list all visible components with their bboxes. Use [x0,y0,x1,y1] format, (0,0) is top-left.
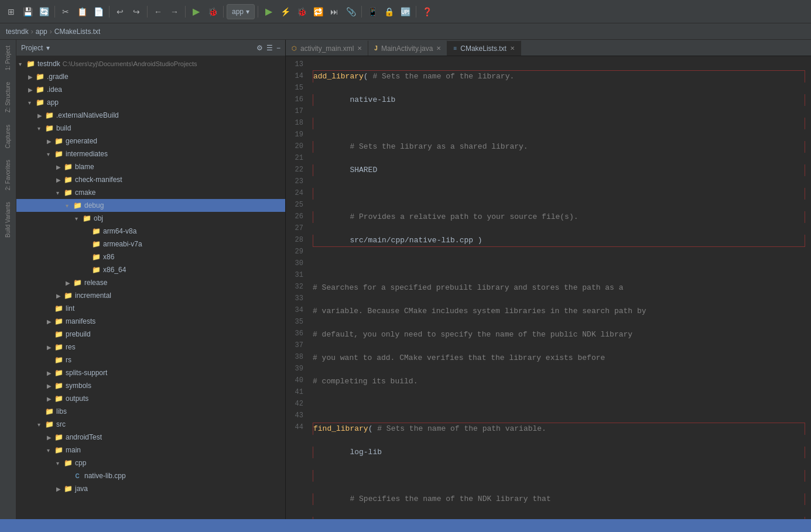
breadcrumb-item-3[interactable]: CMakeLists.txt [54,28,101,36]
paste-button[interactable]: 📄 [91,4,106,19]
tree-item-generated[interactable]: ▶ 📁 generated [16,135,285,147]
save-file-button[interactable]: 💾 [20,4,35,19]
tree-item-release[interactable]: ▶ 📁 release [16,276,285,289]
tab-close-cmakelists[interactable]: ✕ [510,45,515,52]
sidebar-item-project[interactable]: 1: Project [5,46,11,70]
profile-button[interactable]: ⚡ [278,4,293,19]
tree-item-build[interactable]: ▾ 📁 build [16,122,285,135]
breadcrumb-item-2[interactable]: app [36,28,47,36]
tree-item-libs[interactable]: 📁 libs [16,405,285,418]
attach-button[interactable]: 📎 [343,4,358,19]
xml-file-icon: ⬡ [292,45,297,52]
breadcrumb-item-1[interactable]: testndk [6,28,29,36]
tree-item-blame[interactable]: ▶ 📁 blame [16,160,285,173]
tree-item-idea[interactable]: ▶ 📁 .idea [16,83,285,96]
debug-button[interactable]: 🐞 [205,4,220,19]
tree-item-res[interactable]: ▶ 📁 res [16,341,285,353]
sidebar-item-captures[interactable]: Captures [5,125,11,149]
arrow-check-manifest: ▶ [56,177,63,183]
tree-item-main[interactable]: ▾ 📁 main [16,444,285,457]
tree-item-androidTest[interactable]: ▶ 📁 androidTest [16,431,285,444]
update-button[interactable]: 🆙 [398,4,413,19]
project-collapse-icon[interactable]: − [276,44,280,52]
arrow-generated: ▶ [47,138,54,145]
code-editor[interactable]: 13 14 15 16 17 18 19 20 21 22 23 24 25 2… [286,56,811,532]
restart-button[interactable]: 🔁 [310,4,326,19]
folder-icon-cpp: 📁 [63,458,73,468]
app-dropdown[interactable]: app ▾ [227,4,255,19]
step-over[interactable]: ⏭ [327,4,342,19]
undo-button[interactable]: ↩ [112,4,128,19]
tree-item-native-lib-cpp[interactable]: C native-lib.cpp [16,469,285,482]
tree-item-app[interactable]: ▾ 📁 app [16,96,285,109]
tree-item-prebuild[interactable]: 📁 prebuild [16,328,285,341]
breadcrumb-sep-2: › [50,28,52,36]
breadcrumb: testndk › app › CMakeLists.txt [0,23,811,40]
tree-item-cmake[interactable]: ▾ 📁 cmake [16,186,285,199]
label-generated: generated [66,137,97,145]
line-num-16: 16 [286,94,303,105]
tab-cmakelists[interactable]: ≡ CMakeLists.txt ✕ [447,40,521,56]
tree-item-armeabi[interactable]: 📁 armeabi-v7a [16,238,285,250]
separator-7 [361,6,362,18]
tree-item-arm64[interactable]: 📁 arm64-v8a [16,225,285,238]
label-check-manifest: check-manifest [75,176,122,184]
tree-item-testndk[interactable]: ▾ 📁 testndk C:\Users\zyj\Documents\Andro… [16,57,285,70]
tree-item-java[interactable]: ▶ 📁 java [16,482,285,495]
project-gear-icon[interactable]: ⚙ [256,44,263,52]
folder-icon-blame: 📁 [63,162,73,171]
tree-item-externalNativeBuild[interactable]: ▶ 📁 .externalNativeBuild [16,109,285,122]
debug2-button[interactable]: 🐞 [294,4,309,19]
save-button[interactable]: ⊞ [4,4,19,19]
left-panel-strip: 1: Project Z: Structure Captures 2: Favo… [0,40,16,519]
tree-item-splits-support[interactable]: ▶ 📁 splits-support [16,366,285,379]
label-x86: x86 [103,253,114,261]
code-line-24: # default, you only need to specify the … [313,329,805,341]
folder-icon-debug: 📁 [73,201,82,210]
tree-item-obj[interactable]: ▾ 📁 obj [16,212,285,225]
cut-button[interactable]: ✂ [58,4,73,19]
tab-close-mainactivity[interactable]: ✕ [436,45,441,52]
line-num-43: 43 [286,410,303,421]
line-num-25: 25 [286,199,303,211]
tree-item-debug[interactable]: ▾ 📁 debug [16,199,285,212]
sidebar-item-favorites[interactable]: 2: Favorites [5,160,11,190]
back-button[interactable]: ← [150,4,166,19]
sdk-button[interactable]: 🔒 [381,4,396,19]
tree-item-manifests[interactable]: ▶ 📁 manifests [16,315,285,328]
tree-item-rs[interactable]: 📁 rs [16,353,285,366]
tree-item-symbols[interactable]: ▶ 📁 symbols [16,379,285,392]
run-button[interactable]: ▶ [189,4,204,19]
redo-button[interactable]: ↪ [129,4,144,19]
tree-item-x86[interactable]: 📁 x86 [16,250,285,263]
project-settings-icon[interactable]: ☰ [266,44,273,52]
tab-mainactivity[interactable]: J MainActivity.java ✕ [368,40,447,56]
tree-item-lint[interactable]: 📁 lint [16,302,285,315]
folder-icon-arm64: 📁 [91,226,101,236]
run-app-button[interactable]: ▶ [261,4,276,19]
device-button[interactable]: 📱 [365,4,380,19]
java-file-icon: J [374,45,378,52]
sync-button[interactable]: 🔄 [36,4,52,19]
tree-item-src[interactable]: ▾ 📁 src [16,418,285,431]
label-build: build [56,124,71,132]
tab-close-activity-main[interactable]: ✕ [357,45,362,52]
tab-activity-main[interactable]: ⬡ activity_main.xml ✕ [286,40,368,56]
sidebar-item-structure[interactable]: Z: Structure [5,82,11,112]
tree-item-check-manifest[interactable]: ▶ 📁 check-manifest [16,173,285,186]
tree-item-intermediates[interactable]: ▾ 📁 intermediates [16,147,285,160]
tree-item-gradle[interactable]: ▶ 📁 .gradle [16,70,285,83]
code-content[interactable]: add_library( # Sets the name of the libr… [307,56,811,532]
editor-area: ⬡ activity_main.xml ✕ J MainActivity.jav… [286,40,811,532]
copy-button[interactable]: 📋 [74,4,90,19]
forward-button[interactable]: → [167,4,182,19]
tree-item-x86-64[interactable]: 📁 x86_64 [16,263,285,276]
tree-item-cpp-folder[interactable]: ▾ 📁 cpp [16,457,285,469]
label-java: java [75,485,88,493]
tree-item-outputs[interactable]: ▶ 📁 outputs [16,392,285,405]
tree-item-incremental[interactable]: ▶ 📁 incremental [16,289,285,302]
help-button[interactable]: ❓ [419,4,434,19]
sidebar-item-build-variants[interactable]: Build Variants [5,202,11,238]
project-dropdown-icon[interactable]: ▾ [46,44,50,52]
code-line-15 [313,118,805,129]
